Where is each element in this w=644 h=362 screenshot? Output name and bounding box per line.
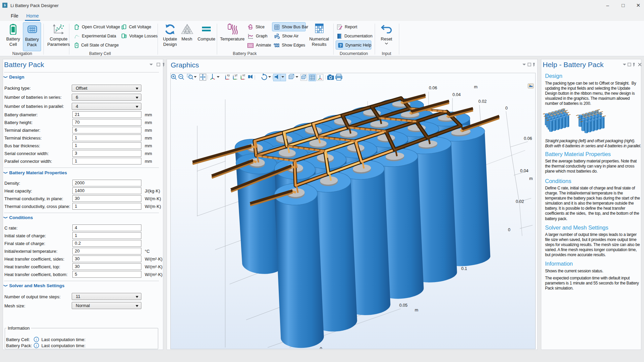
svg-text:0.06: 0.06	[429, 86, 437, 90]
svg-text:0: 0	[508, 228, 510, 232]
svg-text:0.06: 0.06	[524, 136, 532, 141]
svg-text:0.04: 0.04	[520, 169, 528, 173]
svg-text:i: i	[36, 338, 37, 341]
svg-text:m: m	[529, 176, 533, 181]
svg-text:0.1: 0.1	[461, 266, 467, 271]
svg-text:m: m	[474, 85, 477, 89]
svg-text:0.04: 0.04	[452, 92, 461, 97]
svg-text:yz: yz	[235, 73, 238, 77]
svg-text:xy: xy	[227, 73, 230, 77]
svg-text:xz: xz	[242, 73, 245, 77]
svg-text:?: ?	[339, 43, 342, 48]
svg-text:0.02: 0.02	[478, 99, 486, 104]
svg-text:0.02: 0.02	[516, 199, 524, 204]
svg-text:m: m	[415, 308, 418, 312]
svg-text:0.05: 0.05	[399, 303, 407, 308]
svg-text:i: i	[36, 344, 37, 348]
svg-text:0: 0	[320, 346, 322, 349]
svg-text:0: 0	[505, 106, 508, 111]
